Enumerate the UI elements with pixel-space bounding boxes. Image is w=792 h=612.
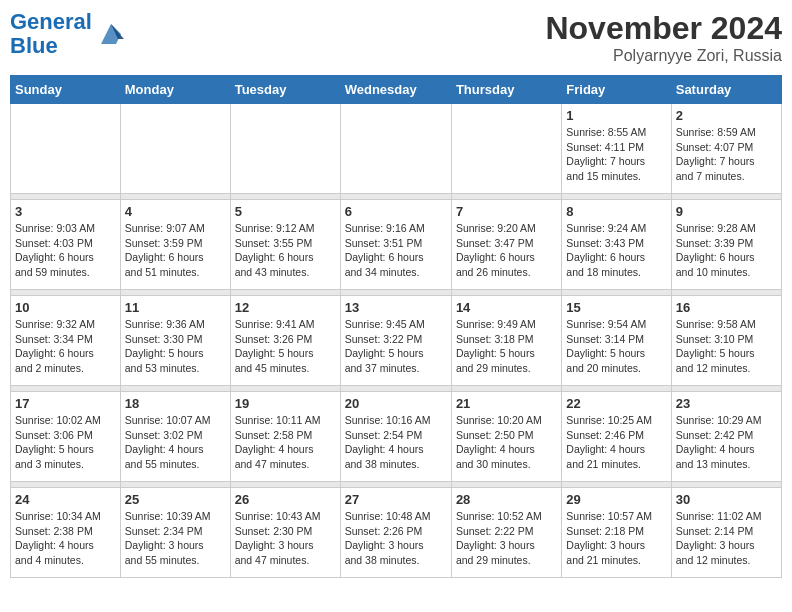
table-row: 15Sunrise: 9:54 AMSunset: 3:14 PMDayligh… (562, 296, 671, 386)
day-info: Sunrise: 9:58 AMSunset: 3:10 PMDaylight:… (676, 317, 777, 376)
logo-line2: Blue (10, 33, 58, 58)
day-number: 2 (676, 108, 777, 123)
day-info: Sunrise: 9:24 AMSunset: 3:43 PMDaylight:… (566, 221, 666, 280)
calendar-week-row: 3Sunrise: 9:03 AMSunset: 4:03 PMDaylight… (11, 200, 782, 290)
table-row: 27Sunrise: 10:48 AMSunset: 2:26 PMDaylig… (340, 488, 451, 578)
table-row: 7Sunrise: 9:20 AMSunset: 3:47 PMDaylight… (451, 200, 561, 290)
table-row: 8Sunrise: 9:24 AMSunset: 3:43 PMDaylight… (562, 200, 671, 290)
header-monday: Monday (120, 76, 230, 104)
day-info: Sunrise: 9:41 AMSunset: 3:26 PMDaylight:… (235, 317, 336, 376)
table-row: 12Sunrise: 9:41 AMSunset: 3:26 PMDayligh… (230, 296, 340, 386)
day-info: Sunrise: 9:32 AMSunset: 3:34 PMDaylight:… (15, 317, 116, 376)
table-row: 23Sunrise: 10:29 AMSunset: 2:42 PMDaylig… (671, 392, 781, 482)
table-row: 24Sunrise: 10:34 AMSunset: 2:38 PMDaylig… (11, 488, 121, 578)
logo-text: General Blue (10, 10, 92, 58)
day-number: 6 (345, 204, 447, 219)
day-info: Sunrise: 11:02 AMSunset: 2:14 PMDaylight… (676, 509, 777, 568)
table-row: 26Sunrise: 10:43 AMSunset: 2:30 PMDaylig… (230, 488, 340, 578)
day-info: Sunrise: 10:34 AMSunset: 2:38 PMDaylight… (15, 509, 116, 568)
day-number: 15 (566, 300, 666, 315)
title-area: November 2024 Polyarnyye Zori, Russia (545, 10, 782, 65)
table-row: 10Sunrise: 9:32 AMSunset: 3:34 PMDayligh… (11, 296, 121, 386)
table-row: 14Sunrise: 9:49 AMSunset: 3:18 PMDayligh… (451, 296, 561, 386)
table-row (230, 104, 340, 194)
day-info: Sunrise: 9:36 AMSunset: 3:30 PMDaylight:… (125, 317, 226, 376)
day-number: 16 (676, 300, 777, 315)
header-tuesday: Tuesday (230, 76, 340, 104)
table-row: 1Sunrise: 8:55 AMSunset: 4:11 PMDaylight… (562, 104, 671, 194)
calendar-header-row: Sunday Monday Tuesday Wednesday Thursday… (11, 76, 782, 104)
table-row: 5Sunrise: 9:12 AMSunset: 3:55 PMDaylight… (230, 200, 340, 290)
day-info: Sunrise: 10:02 AMSunset: 3:06 PMDaylight… (15, 413, 116, 472)
day-number: 1 (566, 108, 666, 123)
table-row: 30Sunrise: 11:02 AMSunset: 2:14 PMDaylig… (671, 488, 781, 578)
day-number: 8 (566, 204, 666, 219)
day-info: Sunrise: 9:20 AMSunset: 3:47 PMDaylight:… (456, 221, 557, 280)
day-info: Sunrise: 10:52 AMSunset: 2:22 PMDaylight… (456, 509, 557, 568)
header-sunday: Sunday (11, 76, 121, 104)
day-info: Sunrise: 10:16 AMSunset: 2:54 PMDaylight… (345, 413, 447, 472)
day-number: 4 (125, 204, 226, 219)
calendar-week-row: 10Sunrise: 9:32 AMSunset: 3:34 PMDayligh… (11, 296, 782, 386)
day-number: 20 (345, 396, 447, 411)
table-row: 9Sunrise: 9:28 AMSunset: 3:39 PMDaylight… (671, 200, 781, 290)
day-info: Sunrise: 9:16 AMSunset: 3:51 PMDaylight:… (345, 221, 447, 280)
header-wednesday: Wednesday (340, 76, 451, 104)
table-row: 3Sunrise: 9:03 AMSunset: 4:03 PMDaylight… (11, 200, 121, 290)
day-number: 25 (125, 492, 226, 507)
day-number: 22 (566, 396, 666, 411)
day-number: 10 (15, 300, 116, 315)
logo-line1: General (10, 9, 92, 34)
day-info: Sunrise: 10:25 AMSunset: 2:46 PMDaylight… (566, 413, 666, 472)
day-number: 27 (345, 492, 447, 507)
table-row: 17Sunrise: 10:02 AMSunset: 3:06 PMDaylig… (11, 392, 121, 482)
day-info: Sunrise: 10:48 AMSunset: 2:26 PMDaylight… (345, 509, 447, 568)
day-info: Sunrise: 10:07 AMSunset: 3:02 PMDaylight… (125, 413, 226, 472)
table-row: 13Sunrise: 9:45 AMSunset: 3:22 PMDayligh… (340, 296, 451, 386)
day-number: 11 (125, 300, 226, 315)
day-number: 18 (125, 396, 226, 411)
day-number: 9 (676, 204, 777, 219)
table-row: 19Sunrise: 10:11 AMSunset: 2:58 PMDaylig… (230, 392, 340, 482)
day-number: 29 (566, 492, 666, 507)
header-friday: Friday (562, 76, 671, 104)
day-info: Sunrise: 8:55 AMSunset: 4:11 PMDaylight:… (566, 125, 666, 184)
table-row: 18Sunrise: 10:07 AMSunset: 3:02 PMDaylig… (120, 392, 230, 482)
header-thursday: Thursday (451, 76, 561, 104)
day-number: 26 (235, 492, 336, 507)
table-row (451, 104, 561, 194)
day-info: Sunrise: 9:54 AMSunset: 3:14 PMDaylight:… (566, 317, 666, 376)
day-number: 12 (235, 300, 336, 315)
table-row: 2Sunrise: 8:59 AMSunset: 4:07 PMDaylight… (671, 104, 781, 194)
day-info: Sunrise: 9:28 AMSunset: 3:39 PMDaylight:… (676, 221, 777, 280)
day-info: Sunrise: 9:45 AMSunset: 3:22 PMDaylight:… (345, 317, 447, 376)
table-row (120, 104, 230, 194)
month-title: November 2024 (545, 10, 782, 47)
calendar-week-row: 24Sunrise: 10:34 AMSunset: 2:38 PMDaylig… (11, 488, 782, 578)
day-info: Sunrise: 10:57 AMSunset: 2:18 PMDaylight… (566, 509, 666, 568)
day-info: Sunrise: 10:20 AMSunset: 2:50 PMDaylight… (456, 413, 557, 472)
location-title: Polyarnyye Zori, Russia (545, 47, 782, 65)
table-row (340, 104, 451, 194)
header: General Blue November 2024 Polyarnyye Zo… (10, 10, 782, 65)
day-number: 24 (15, 492, 116, 507)
logo: General Blue (10, 10, 126, 58)
day-number: 19 (235, 396, 336, 411)
table-row: 21Sunrise: 10:20 AMSunset: 2:50 PMDaylig… (451, 392, 561, 482)
table-row: 25Sunrise: 10:39 AMSunset: 2:34 PMDaylig… (120, 488, 230, 578)
day-info: Sunrise: 10:43 AMSunset: 2:30 PMDaylight… (235, 509, 336, 568)
day-number: 17 (15, 396, 116, 411)
calendar-week-row: 1Sunrise: 8:55 AMSunset: 4:11 PMDaylight… (11, 104, 782, 194)
table-row: 20Sunrise: 10:16 AMSunset: 2:54 PMDaylig… (340, 392, 451, 482)
table-row: 16Sunrise: 9:58 AMSunset: 3:10 PMDayligh… (671, 296, 781, 386)
header-saturday: Saturday (671, 76, 781, 104)
day-number: 23 (676, 396, 777, 411)
day-info: Sunrise: 9:49 AMSunset: 3:18 PMDaylight:… (456, 317, 557, 376)
day-number: 30 (676, 492, 777, 507)
day-number: 21 (456, 396, 557, 411)
day-info: Sunrise: 9:12 AMSunset: 3:55 PMDaylight:… (235, 221, 336, 280)
day-number: 28 (456, 492, 557, 507)
day-info: Sunrise: 9:07 AMSunset: 3:59 PMDaylight:… (125, 221, 226, 280)
table-row: 4Sunrise: 9:07 AMSunset: 3:59 PMDaylight… (120, 200, 230, 290)
table-row (11, 104, 121, 194)
